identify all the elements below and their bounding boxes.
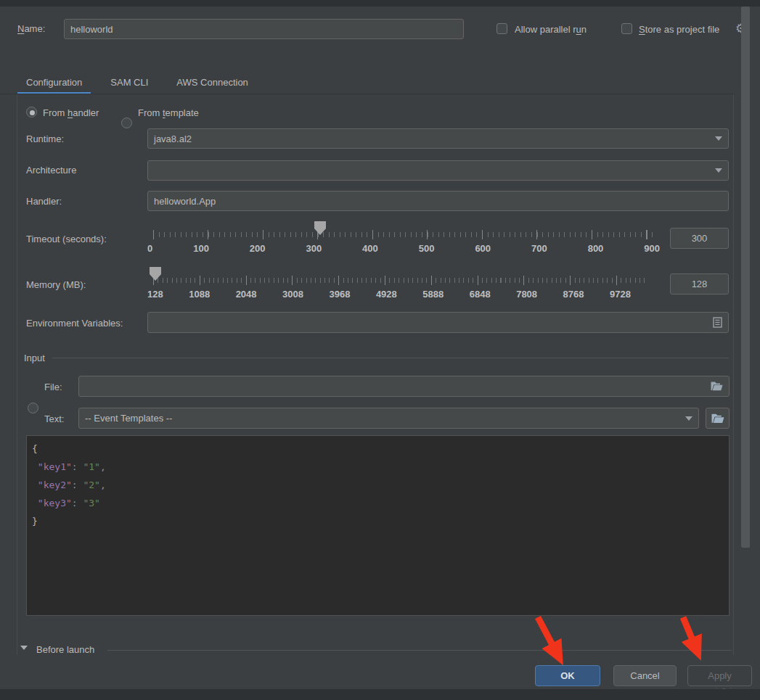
env-vars-input[interactable] [147, 312, 729, 333]
timeout-tick-label: 200 [250, 243, 266, 254]
handler-value: helloworld.App [154, 196, 216, 207]
name-input[interactable]: helloworld [64, 19, 464, 39]
ok-button-label: OK [560, 670, 575, 681]
input-section-divider [52, 358, 729, 358]
runtime-combobox[interactable]: java8.al2 [147, 128, 729, 149]
text-label: Text: [44, 413, 64, 424]
memory-tick-label: 1088 [189, 289, 210, 300]
json-editor-content: { "key1": "1", "key2": "2", "key3": "3"} [32, 440, 729, 530]
event-templates-combobox[interactable]: -- Event Templates -- [78, 408, 699, 429]
handler-input[interactable]: helloworld.App [147, 191, 729, 211]
list-editor-icon[interactable] [713, 317, 722, 328]
allow-parallel-run-checkbox[interactable] [497, 23, 507, 34]
open-file-button[interactable] [706, 408, 730, 429]
editor-line: "key2": "2", [32, 476, 729, 494]
editor-line: { [32, 440, 729, 458]
memory-label: Memory (MB): [26, 279, 86, 290]
timeout-tick-label: 700 [531, 243, 547, 254]
cancel-button-label: Cancel [630, 670, 659, 681]
run-debug-configuration-dialog: Name: helloworld Allow parallel run Stor… [0, 0, 760, 700]
ok-button[interactable]: OK [535, 665, 600, 686]
allow-parallel-run-label: Allow parallel run [515, 24, 587, 35]
store-as-project-file-label: Store as project file [639, 24, 719, 35]
name-label: Name: [17, 23, 45, 34]
before-launch-label[interactable]: Before launch [36, 644, 94, 654]
editor-line: "key1": "1", [32, 458, 729, 476]
timeout-value: 300 [692, 233, 708, 244]
memory-value-input[interactable]: 128 [670, 273, 729, 295]
memory-tick-label: 2048 [236, 289, 257, 300]
from-template-radio[interactable] [121, 118, 132, 128]
from-template-label: From template [138, 107, 199, 118]
timeout-tick-label: 400 [362, 243, 378, 254]
timeout-slider-track[interactable] [153, 230, 653, 239]
json-editor[interactable]: { "key1": "1", "key2": "2", "key3": "3"} [26, 435, 730, 616]
event-templates-value: -- Event Templates -- [85, 413, 172, 424]
timeout-label: Timeout (seconds): [26, 234, 107, 244]
env-vars-label: Environment Variables: [26, 318, 123, 329]
handler-label: Handler: [26, 196, 62, 207]
from-handler-label: From handler [43, 107, 99, 118]
memory-tick-label: 7808 [516, 289, 537, 300]
editor-line: } [32, 512, 729, 530]
timeout-tick-label: 900 [644, 243, 660, 254]
tab-divider [0, 94, 735, 94]
bottom-right-artifact: · – · [716, 685, 733, 691]
memory-value: 128 [692, 279, 708, 289]
chevron-down-icon [715, 168, 722, 173]
editor-line: "key3": "3" [32, 494, 729, 512]
file-radio[interactable] [28, 403, 38, 413]
tab[interactable]: Configuration [17, 72, 91, 94]
architecture-label: Architecture [26, 165, 76, 176]
before-launch-row: Before launch [0, 642, 733, 654]
memory-tick-label: 8768 [563, 289, 584, 300]
memory-tick-label: 9728 [610, 289, 631, 300]
folder-icon [711, 413, 724, 424]
memory-slider-track[interactable] [153, 276, 647, 285]
folder-icon[interactable] [711, 382, 723, 391]
chevron-down-icon [715, 136, 722, 141]
name-input-value: helloworld [70, 24, 113, 35]
timeout-tick-label: 500 [419, 243, 435, 254]
file-input[interactable] [78, 376, 730, 397]
apply-button-label: Apply [708, 670, 732, 681]
memory-tick-label: 6848 [470, 289, 491, 300]
input-section-title: Input [24, 353, 45, 363]
timeout-tick-label: 0 [147, 243, 152, 254]
timeout-tick-labels: 0100200300400500600700800900 [147, 243, 660, 254]
file-label: File: [44, 382, 62, 392]
from-handler-radio[interactable] [26, 107, 37, 118]
architecture-combobox[interactable] [147, 160, 729, 181]
memory-tick-label: 3008 [282, 289, 303, 300]
window-top-strip [0, 0, 760, 7]
store-as-project-file-checkbox[interactable] [621, 23, 632, 34]
timeout-tick-label: 100 [193, 243, 209, 254]
tab[interactable]: AWS Connection [168, 72, 257, 94]
tab-bar: ConfigurationSAM CLIAWS Connection [17, 72, 257, 94]
memory-tick-labels: 1281088204830083968492858886848780887689… [147, 289, 631, 300]
memory-tick-label: 3968 [329, 289, 350, 300]
tab[interactable]: SAM CLI [102, 72, 157, 94]
panel-left-border [17, 94, 17, 655]
memory-tick-label: 4928 [376, 289, 397, 300]
cancel-button[interactable]: Cancel [613, 665, 677, 686]
memory-tick-label: 5888 [422, 289, 444, 300]
memory-tick-label: 128 [147, 289, 163, 300]
timeout-tick-label: 800 [588, 243, 604, 254]
timeout-tick-label: 600 [475, 243, 491, 254]
runtime-label: Runtime: [26, 133, 64, 144]
runtime-value: java8.al2 [154, 133, 192, 144]
timeout-tick-label: 300 [306, 243, 322, 254]
panel-right-border [733, 94, 734, 655]
timeout-value-input[interactable]: 300 [670, 228, 729, 249]
chevron-down-icon[interactable] [20, 646, 28, 650]
vertical-scrollbar-thumb[interactable] [741, 7, 750, 548]
apply-button[interactable]: Apply [687, 665, 752, 686]
window-bottom-strip [0, 689, 760, 700]
before-launch-divider [107, 650, 732, 651]
chevron-down-icon [685, 416, 692, 421]
